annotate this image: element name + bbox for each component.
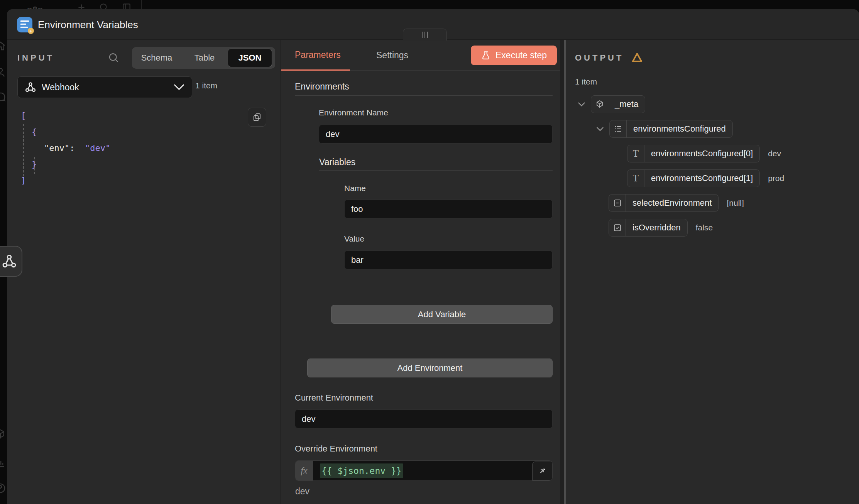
main-tabs-row: Parameters Settings Execute step (281, 40, 567, 71)
environment-name-input[interactable] (319, 125, 553, 144)
json-code-view[interactable]: [ { "env": "dev" } ] (7, 108, 281, 189)
tree-row-environments-configured-1: T environmentsConfigured[1] prod (627, 169, 784, 187)
code-line: } (7, 156, 281, 173)
tree-row-selected-environment: selectedEnvironment [null] (609, 194, 744, 212)
panel-gutter (560, 40, 564, 504)
input-items-count: 1 item (195, 81, 217, 90)
webhook-icon (2, 254, 17, 269)
expression-result-preview: dev (295, 486, 309, 497)
code-line: { (7, 124, 281, 140)
divider (319, 170, 553, 171)
environments-heading: Environments (295, 81, 349, 92)
tree-row-is-overridden: isOverridden false (609, 219, 713, 237)
search-icon[interactable] (108, 52, 119, 63)
code-line: "env": "dev" (7, 140, 281, 156)
list-icon (610, 120, 627, 137)
parameters-panel: Parameters Settings Execute step Environ… (281, 40, 567, 504)
tree-pill[interactable]: environmentsConfigured (609, 120, 733, 138)
input-panel: INPUT Schema Table JSON Webhook 1 item [ (7, 40, 281, 504)
code-line: ] (7, 173, 281, 189)
tree-value: false (696, 223, 713, 232)
warning-triangle-icon (631, 52, 643, 63)
input-source-select[interactable]: Webhook (17, 76, 192, 98)
help-icon[interactable] (0, 482, 6, 494)
open-expression-editor-button[interactable] (532, 462, 552, 480)
chevron-down-icon[interactable] (578, 102, 585, 107)
code-line: [ (7, 108, 281, 124)
expression-fx-toggle[interactable]: fx (295, 461, 313, 480)
input-view-tabs: Schema Table JSON (132, 47, 275, 69)
environment-node-icon: + (17, 17, 32, 32)
tree-pill[interactable]: _meta (591, 95, 645, 113)
chevron-down-icon (173, 81, 185, 93)
flask-icon (481, 51, 491, 61)
output-items-count: 1 item (575, 77, 597, 86)
webhook-icon (25, 81, 36, 93)
tree-pill[interactable]: isOverridden (609, 219, 688, 237)
insights-chart-icon[interactable] (0, 457, 6, 468)
node-title: Environment Variables (38, 19, 138, 31)
tree-value: dev (768, 149, 781, 158)
override-environment-label: Override Environment (295, 444, 377, 454)
tab-json[interactable]: JSON (228, 49, 272, 67)
expression-code: {{ $json.env }} (313, 461, 403, 480)
node-detail-modal: + Environment Variables INPUT Schema Tab… (7, 9, 859, 504)
home-icon[interactable] (0, 40, 6, 52)
output-panel-title: OUTPUT (575, 53, 624, 63)
screen: n8n + Environment Variables INPUT Schema (0, 0, 859, 504)
webhook-node-pill[interactable] (0, 246, 22, 277)
input-panel-title: INPUT (17, 53, 54, 63)
current-environment-input[interactable] (295, 409, 553, 428)
variable-name-input[interactable] (344, 200, 553, 218)
variable-value-label: Value (344, 234, 364, 244)
canvas-divider (141, 0, 142, 9)
current-environment-label: Current Environment (295, 393, 373, 403)
execute-step-button[interactable]: Execute step (471, 46, 557, 65)
tree-row-environments-configured: environmentsConfigured (596, 120, 733, 138)
chevron-down-icon[interactable] (596, 127, 604, 132)
variable-value-input[interactable] (344, 250, 553, 269)
chat-icon[interactable] (0, 91, 6, 103)
environment-name-label: Environment Name (319, 108, 388, 117)
user-icon[interactable] (0, 66, 6, 78)
node-badge-plus-icon: + (28, 28, 34, 34)
add-variable-button[interactable]: Add Variable (331, 305, 553, 324)
tab-table[interactable]: Table (181, 53, 228, 63)
input-source-name: Webhook (42, 82, 79, 93)
variable-name-label: Name (344, 184, 366, 193)
null-type-icon (609, 194, 626, 211)
tree-row-environments-configured-0: T environmentsConfigured[0] dev (627, 145, 781, 162)
package-icon[interactable] (0, 428, 6, 440)
tab-parameters[interactable]: Parameters (281, 40, 350, 71)
workflow-canvas-top: n8n (0, 0, 859, 9)
output-panel: OUTPUT 1 item _meta environmentsConfigur… (566, 40, 859, 504)
tree-row-meta: _meta (578, 95, 645, 113)
divider (295, 95, 553, 96)
variables-heading: Variables (319, 157, 355, 167)
tree-value: [null] (727, 198, 744, 208)
expand-expression-icon (538, 467, 546, 475)
tree-pill[interactable]: selectedEnvironment (609, 194, 719, 212)
panel-drag-handle[interactable] (403, 29, 447, 41)
tab-schema[interactable]: Schema (132, 53, 181, 63)
tab-settings[interactable]: Settings (369, 40, 415, 71)
add-environment-button[interactable]: Add Environment (307, 359, 553, 377)
object-cube-icon (591, 96, 608, 113)
boolean-type-icon (609, 219, 626, 236)
tree-pill[interactable]: T environmentsConfigured[1] (627, 169, 760, 187)
text-type-icon: T (627, 145, 644, 162)
override-environment-expression-input[interactable]: fx {{ $json.env }} (295, 460, 553, 481)
tree-value: prod (768, 174, 784, 183)
text-type-icon: T (627, 170, 644, 187)
tree-pill[interactable]: T environmentsConfigured[0] (627, 145, 760, 162)
